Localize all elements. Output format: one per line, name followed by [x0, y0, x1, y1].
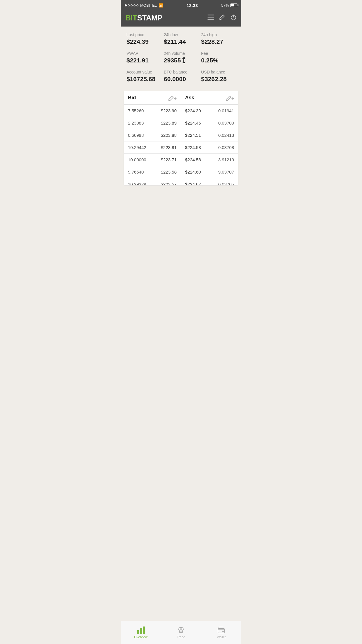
stat-24h-high: 24h high $228.27 [201, 32, 236, 45]
ask-cell: $224.51 0.02413 [181, 129, 238, 141]
stat-label-usd-balance: USD balance [201, 70, 236, 74]
svg-rect-2 [208, 19, 214, 20]
bid-price: $223.88 [161, 133, 177, 138]
bid-qty: 0.66998 [128, 133, 144, 138]
app-logo: BITSTAMP [125, 13, 162, 22]
stat-label-24h-volume: 24h volume [164, 51, 198, 56]
bid-cell: 9.76540 $223.58 [124, 166, 181, 178]
ask-column-header: Ask + [181, 91, 238, 104]
bid-cell: 2.23083 $223.89 [124, 117, 181, 129]
ask-cell-partial: $224.67 0.03705 [181, 178, 238, 185]
stat-value-usd-balance: $3262.28 [201, 76, 236, 83]
stat-value-24h-volume: 29355 ₿ [164, 57, 198, 64]
ask-price: $224.51 [185, 133, 201, 138]
bid-price: $223.81 [161, 145, 177, 150]
bid-qty: 10.29442 [128, 145, 146, 150]
order-book-header: Bid + Ask + [124, 91, 238, 105]
table-row: 10.29442 $223.81 $224.53 0.03708 [124, 141, 238, 154]
ask-qty: 0.01941 [218, 108, 234, 113]
stat-24h-volume: 24h volume 29355 ₿ [164, 51, 198, 64]
bid-qty: 9.76540 [128, 169, 144, 174]
stat-value-24h-low: $211.44 [164, 38, 198, 45]
svg-rect-1 [208, 17, 214, 18]
stat-vwap: VWAP $221.91 [126, 51, 161, 64]
stat-label-account-value: Account value [126, 70, 161, 74]
stat-value-24h-high: $228.27 [201, 38, 236, 45]
carrier-label: MOBITEL [140, 3, 157, 8]
stat-label-btc-balance: BTC balance [164, 70, 198, 74]
bid-cell: 0.66998 $223.88 [124, 129, 181, 141]
clock: 12:33 [187, 3, 198, 8]
table-row: 0.66998 $223.88 $224.51 0.02413 [124, 129, 238, 141]
edit-icon[interactable] [219, 14, 225, 22]
bid-cell-partial: 10.29329 $223.57 [124, 178, 181, 185]
status-left: MOBITEL 📶 [125, 3, 163, 8]
ask-price-partial: $224.67 [185, 182, 201, 185]
stat-value-vwap: $221.91 [126, 57, 161, 64]
svg-rect-0 [208, 15, 214, 15]
bid-price: $223.90 [161, 108, 177, 113]
order-book: Bid + Ask + 7.55260 $223.90 $224.3 [124, 91, 238, 186]
signal-icon [125, 4, 138, 6]
stats-grid: Last price $224.39 24h low $211.44 24h h… [121, 27, 241, 85]
table-row: 7.55260 $223.90 $224.39 0.01941 [124, 105, 238, 117]
ask-cell: $224.46 0.03709 [181, 117, 238, 129]
status-right: 57% [221, 3, 237, 8]
bid-qty: 7.55260 [128, 108, 144, 113]
header-actions [208, 14, 237, 22]
ask-qty: 0.03708 [218, 145, 234, 150]
ask-price: $224.39 [185, 108, 201, 113]
bid-qty-partial: 10.29329 [128, 182, 146, 185]
ask-add-order-button[interactable]: + [226, 94, 234, 101]
ask-price: $224.58 [185, 157, 201, 162]
stat-label-24h-low: 24h low [164, 32, 198, 37]
wifi-icon: 📶 [159, 3, 163, 8]
stat-label-24h-high: 24h high [201, 32, 236, 37]
stat-label-last-price: Last price [126, 32, 161, 37]
ask-price: $224.53 [185, 145, 201, 150]
bid-qty: 2.23083 [128, 120, 144, 125]
stat-btc-balance: BTC balance 60.0000 [164, 70, 198, 83]
stat-value-fee: 0.25% [201, 57, 236, 64]
stat-label-fee: Fee [201, 51, 236, 56]
stat-value-account-value: $16725.68 [126, 76, 161, 83]
menu-icon[interactable] [208, 15, 214, 21]
stat-account-value: Account value $16725.68 [126, 70, 161, 83]
bid-price: $223.71 [161, 157, 177, 162]
app-header: BITSTAMP [121, 10, 241, 27]
battery-icon [230, 4, 237, 7]
ask-label: Ask [185, 95, 194, 101]
ask-cell: $224.53 0.03708 [181, 141, 238, 153]
bid-qty: 10.00000 [128, 157, 146, 162]
table-row: 10.29329 $223.57 $224.67 0.03705 [124, 178, 238, 185]
ask-price: $224.46 [185, 120, 201, 125]
table-row: 9.76540 $223.58 $224.60 9.03707 [124, 166, 238, 178]
ask-cell: $224.58 3.91219 [181, 154, 238, 166]
ask-cell: $224.60 9.03707 [181, 166, 238, 178]
stat-usd-balance: USD balance $3262.28 [201, 70, 236, 83]
bid-column-header: Bid + [124, 91, 181, 104]
bid-label: Bid [128, 95, 136, 101]
stat-fee: Fee 0.25% [201, 51, 236, 64]
battery-percent: 57% [221, 3, 229, 8]
table-row: 2.23083 $223.89 $224.46 0.03709 [124, 117, 238, 129]
stat-last-price: Last price $224.39 [126, 32, 161, 45]
stat-label-vwap: VWAP [126, 51, 161, 56]
logo-bit: BIT [125, 13, 137, 22]
ask-qty: 3.91219 [218, 157, 234, 162]
bid-cell: 10.00000 $223.71 [124, 154, 181, 166]
stat-value-btc-balance: 60.0000 [164, 76, 198, 83]
bid-cell: 10.29442 $223.81 [124, 141, 181, 153]
ask-qty: 0.03709 [218, 120, 234, 125]
bid-cell: 7.55260 $223.90 [124, 105, 181, 117]
status-bar: MOBITEL 📶 12:33 57% [121, 0, 241, 10]
ask-qty-partial: 0.03705 [218, 182, 234, 185]
bid-add-order-button[interactable]: + [168, 94, 177, 101]
ask-qty: 0.02413 [218, 133, 234, 138]
stat-24h-low: 24h low $211.44 [164, 32, 198, 45]
stat-value-last-price: $224.39 [126, 38, 161, 45]
power-icon[interactable] [230, 14, 237, 22]
bid-price: $223.89 [161, 120, 177, 125]
table-row: 10.00000 $223.71 $224.58 3.91219 [124, 154, 238, 166]
ask-price: $224.60 [185, 169, 201, 174]
